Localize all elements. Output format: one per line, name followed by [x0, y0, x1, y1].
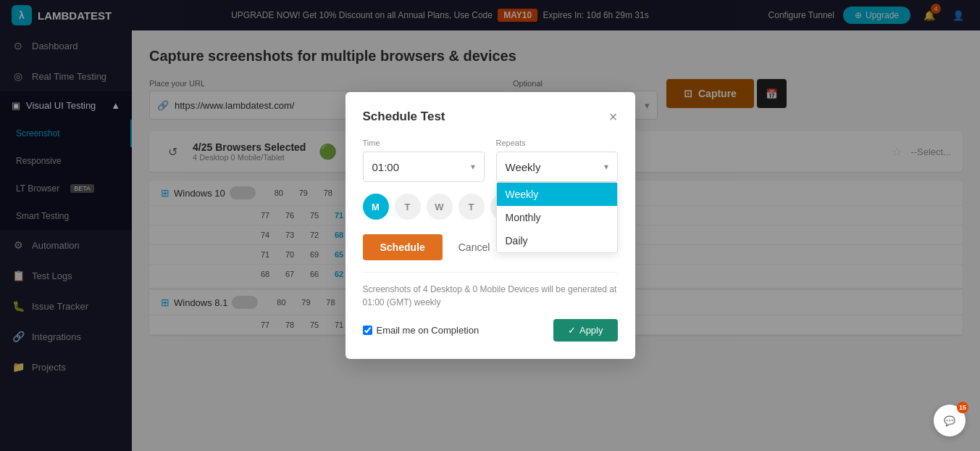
modal-close-button[interactable]: × — [609, 109, 618, 124]
chat-badge: 15 — [957, 402, 968, 413]
day-btn-w[interactable]: W — [427, 194, 453, 220]
dropdown-item-daily[interactable]: Daily — [497, 229, 617, 252]
time-label: Time — [363, 138, 485, 147]
apply-button[interactable]: ✓ Apply — [553, 319, 618, 342]
modal-info-text: Screenshots of 4 Desktop & 0 Mobile Devi… — [363, 272, 618, 309]
repeats-label: Repeats — [496, 138, 618, 147]
modal-overlay: Schedule Test × Time 01:00 ▾ Repeats Wee… — [0, 0, 980, 451]
dropdown-item-monthly[interactable]: Monthly — [497, 206, 617, 229]
apply-check-icon: ✓ — [568, 325, 576, 336]
time-select[interactable]: 01:00 ▾ — [363, 152, 485, 182]
chat-button[interactable]: 💬 15 — [934, 405, 966, 436]
email-row: Email me on Completion ✓ Apply — [363, 319, 618, 342]
cancel-button[interactable]: Cancel — [451, 234, 498, 260]
time-field: Time 01:00 ▾ — [363, 138, 485, 182]
modal-header: Schedule Test × — [363, 109, 618, 124]
email-label-text: Email me on Completion — [377, 325, 479, 336]
dropdown-item-weekly[interactable]: Weekly — [497, 183, 617, 206]
chevron-down-icon: ▾ — [604, 162, 608, 172]
repeats-dropdown: Weekly Monthly Daily — [496, 182, 618, 253]
time-value: 01:00 — [372, 161, 400, 173]
apply-label: Apply — [579, 325, 603, 336]
schedule-modal: Schedule Test × Time 01:00 ▾ Repeats Wee… — [345, 92, 635, 359]
repeats-value: Weekly — [506, 161, 541, 173]
repeats-select[interactable]: Weekly ▾ — [496, 152, 618, 182]
email-completion-label[interactable]: Email me on Completion — [363, 325, 479, 336]
chevron-down-icon: ▾ — [471, 162, 475, 172]
day-btn-t2[interactable]: T — [458, 194, 485, 220]
modal-row: Time 01:00 ▾ Repeats Weekly ▾ Weekly Mon… — [363, 138, 618, 182]
schedule-button[interactable]: Schedule — [363, 234, 443, 260]
day-btn-t1[interactable]: T — [395, 194, 421, 220]
email-checkbox[interactable] — [363, 326, 372, 335]
repeats-field: Repeats Weekly ▾ Weekly Monthly Daily — [496, 138, 618, 182]
day-btn-m[interactable]: M — [363, 194, 389, 220]
modal-title: Schedule Test — [363, 109, 445, 124]
